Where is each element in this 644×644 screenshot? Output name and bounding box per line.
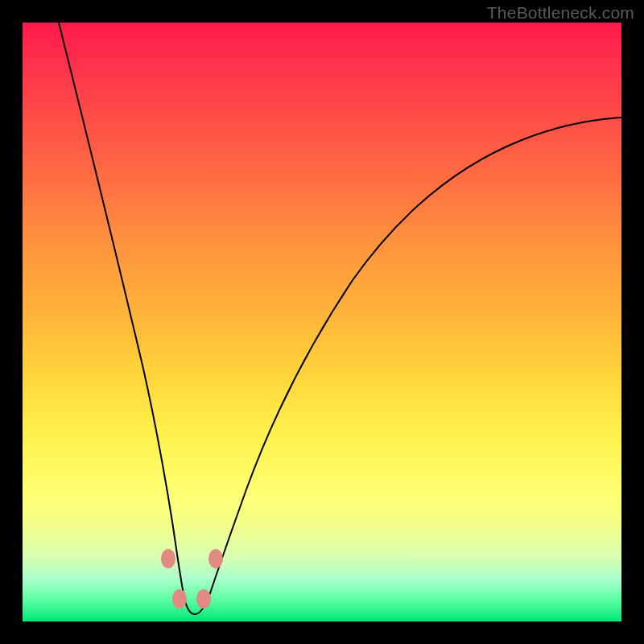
curve-path bbox=[59, 23, 621, 614]
curve-marker-right-upper bbox=[208, 549, 223, 568]
chart-frame: TheBottleneck.com bbox=[0, 0, 644, 644]
bottleneck-curve bbox=[23, 23, 621, 621]
curve-marker-right-lower bbox=[196, 589, 211, 609]
watermark-text: TheBottleneck.com bbox=[487, 3, 634, 23]
curve-marker-left-upper bbox=[161, 549, 175, 568]
plot-area bbox=[23, 23, 621, 621]
curve-marker-left-lower bbox=[172, 589, 187, 609]
